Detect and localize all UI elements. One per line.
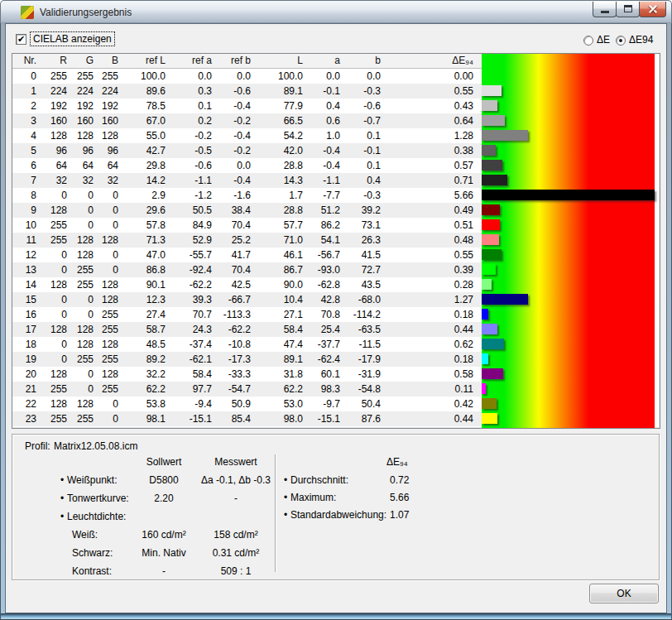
table-cell: 0 [96, 203, 121, 218]
delta-bar [482, 219, 500, 230]
table-cell: 90.1 [121, 277, 168, 292]
table-row[interactable]: 1712812825558.724.3-62.258.425.4-63.50.4… [12, 322, 482, 337]
table-row[interactable]: 20128012832.258.4-33.331.860.1-31.90.58 [12, 367, 482, 382]
cielab-checkbox-label[interactable]: CIELAB anzeigen [30, 31, 115, 46]
table-row[interactable]: 412812812855.0-0.2-0.454.21.00.11.28 [12, 128, 482, 143]
table-cell: 0.57 [383, 158, 476, 173]
table-cell: 0 [70, 188, 96, 203]
table-row[interactable]: 19025525589.2-62.1-17.389.1-62.4-17.90.1… [12, 352, 482, 367]
messwert-column-header: Messwert [190, 456, 281, 468]
ok-button[interactable]: OK [589, 584, 659, 603]
table-cell: 70.4 [214, 218, 253, 233]
table-cell: 0.0 [305, 69, 343, 84]
table-cell: 66.5 [253, 113, 305, 128]
table-cell: 255 [39, 218, 70, 233]
table-cell: 0.11 [383, 382, 476, 397]
table-cell: 52.9 [168, 233, 214, 248]
column-header: b [343, 54, 383, 68]
window-border-right [667, 23, 672, 620]
stats-row: •Maximum:5.66 [12, 492, 659, 507]
table-cell: 128 [96, 128, 121, 143]
table-cell: 192 [39, 99, 70, 113]
delta-bar [482, 353, 488, 364]
table-cell: 128 [96, 367, 121, 382]
radio-delta-e-label[interactable]: ΔE [597, 34, 610, 46]
table-cell: -62.8 [305, 277, 343, 292]
table-row[interactable]: 732323214.2-1.1-0.414.3-1.10.40.71 [12, 173, 482, 188]
table-row[interactable]: 219219219278.50.1-0.477.90.4-0.60.43 [12, 99, 482, 113]
table-cell: -66.7 [214, 292, 253, 307]
column-header: ref b [214, 54, 253, 68]
table-cell: -68.0 [343, 292, 383, 307]
table-row[interactable]: 0255255255100.00.00.0100.00.00.00.00 [12, 69, 482, 84]
minimize-button[interactable] [593, 2, 617, 17]
table-row[interactable]: 316016016067.00.2-0.266.50.6-0.70.64 [12, 113, 482, 128]
table-cell: 41.7 [214, 248, 253, 262]
minimize-icon [601, 11, 609, 13]
table-cell: 71.0 [253, 233, 305, 248]
table-cell: 14.2 [121, 173, 168, 188]
delta-bar [482, 100, 497, 111]
table-row[interactable]: 596969642.7-0.5-0.242.0-0.4-0.10.38 [12, 143, 482, 158]
table-cell: -0.2 [168, 128, 214, 143]
table-row[interactable]: 22128128053.8-9.450.953.0-9.750.40.42 [12, 397, 482, 411]
delta-bar [482, 383, 486, 394]
table-cell: -62.2 [168, 277, 214, 292]
table-row[interactable]: 80002.9-1.2-1.61.7-7.7-0.35.66 [12, 188, 482, 203]
table-row[interactable]: 120128047.0-55.741.746.1-56.741.50.55 [12, 248, 482, 262]
table-cell: -0.4 [214, 99, 253, 113]
table-row[interactable]: 23255255098.1-15.185.498.0-15.187.60.44 [12, 411, 482, 426]
close-button[interactable] [639, 2, 666, 17]
title-bar[interactable]: Validierungsergebnis [0, 0, 672, 23]
delta-bar [482, 294, 528, 305]
table-cell: 21 [12, 382, 39, 397]
radio-delta-e[interactable] [583, 36, 593, 46]
table-cell: 42.5 [214, 277, 253, 292]
table-cell: 17 [12, 322, 39, 337]
table-cell: 0.1 [343, 158, 383, 173]
table-cell: -0.5 [168, 143, 214, 158]
table-row[interactable]: 150012812.339.3-66.710.442.8-68.01.27 [12, 292, 482, 307]
bullet-icon: • [284, 509, 287, 521]
table-cell: 0 [70, 307, 96, 322]
table-row[interactable]: 21255025562.297.7-54.762.298.3-54.80.11 [12, 382, 482, 397]
table-cell: 48.5 [121, 337, 168, 352]
table-cell: 0.0 [343, 69, 383, 84]
table-cell: 6 [12, 158, 39, 173]
table-cell: 0.0 [168, 69, 214, 84]
table-cell: -0.2 [214, 143, 253, 158]
table-row[interactable]: 664646429.8-0.60.028.8-0.40.10.57 [12, 158, 482, 173]
table-cell: 58.4 [168, 367, 214, 382]
table-cell: 71.3 [121, 233, 168, 248]
table-cell: 55.0 [121, 128, 168, 143]
table-row[interactable]: 91280029.650.538.428.851.239.20.49 [12, 203, 482, 218]
table-row[interactable]: 1125512812871.352.925.271.054.126.30.48 [12, 233, 482, 248]
table-row[interactable]: 160025527.470.7-113.327.170.8-114.20.18 [12, 307, 482, 322]
table-cell: 0 [96, 397, 121, 411]
table-cell: 128 [39, 203, 70, 218]
maximize-button[interactable] [616, 2, 640, 17]
stats-row: Weiß:160 cd/m²158 cd/m² [12, 529, 659, 544]
table-row[interactable]: 1412825512890.1-62.242.590.0-62.843.50.2… [12, 277, 482, 292]
table-cell: -17.9 [343, 352, 383, 367]
cielab-checkbox[interactable]: ✔ [16, 34, 26, 45]
table-row[interactable]: 122422422489.60.3-0.689.1-0.1-0.30.55 [12, 84, 482, 99]
table-row[interactable]: 130255086.8-92.470.486.7-93.072.70.39 [12, 262, 482, 277]
table-cell: 255 [96, 382, 121, 397]
table-cell: -93.0 [305, 262, 343, 277]
table-cell: 96 [96, 143, 121, 158]
table-cell: -62.1 [168, 352, 214, 367]
table-row[interactable]: 102550057.884.970.457.786.273.10.51 [12, 218, 482, 233]
radio-delta-e94-label[interactable]: ΔE94 [629, 34, 653, 46]
table-row[interactable]: 18012812848.5-37.4-10.847.4-37.7-11.50.6… [12, 337, 482, 352]
table-cell: 43.5 [343, 277, 383, 292]
table-cell: 57.8 [121, 218, 168, 233]
table-cell: -37.7 [305, 337, 343, 352]
radio-delta-e94[interactable] [616, 36, 626, 46]
table-cell: 54.2 [253, 128, 305, 143]
delta-bar [482, 279, 492, 290]
table-cell: 0 [70, 367, 96, 382]
table-cell: 160 [70, 113, 96, 128]
profile-label: Profil: [25, 440, 50, 452]
table-cell: 39.3 [168, 292, 214, 307]
